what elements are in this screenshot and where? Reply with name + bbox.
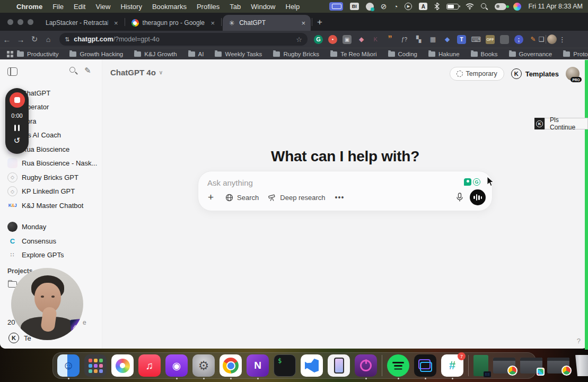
dock-launchpad[interactable]	[84, 354, 107, 377]
dock-app-icon[interactable]	[247, 354, 269, 377]
dock-app-icon[interactable]	[57, 354, 80, 377]
pause-recording-button[interactable]	[14, 125, 20, 131]
ext-grammarly[interactable]: G	[314, 35, 323, 44]
close-window-button[interactable]	[7, 19, 13, 25]
webcam-overlay[interactable]	[11, 268, 83, 340]
reload-icon[interactable]: ↻	[28, 34, 41, 44]
model-switcher[interactable]: ChatGPT 4o ∨	[110, 68, 163, 77]
edit[interactable]: Edit	[74, 3, 85, 11]
sidebar-item-consensus[interactable]: CConsensus	[4, 234, 99, 248]
dock-app-icon[interactable]	[328, 354, 350, 377]
recording-widget[interactable]: 0:00 ↺	[5, 88, 29, 154]
bookmark-star-icon[interactable]: ☆	[296, 36, 302, 44]
window-controls[interactable]	[7, 19, 33, 25]
ext-fn[interactable]: ƒ?	[400, 35, 409, 44]
dock-slack[interactable]: 7	[441, 354, 463, 377]
tab-close-icon[interactable]: ×	[302, 19, 306, 27]
ext-quote[interactable]: ”	[385, 35, 394, 44]
chrome-menu-icon[interactable]: ⋮	[559, 36, 566, 44]
prompt-input[interactable]: Ask anything	[207, 178, 253, 187]
dock-app-icon[interactable]	[138, 354, 161, 377]
dock-app-icon[interactable]	[165, 354, 188, 377]
dock-trash[interactable]	[574, 355, 588, 376]
ext-shield[interactable]: ◆	[357, 35, 366, 44]
bm-productivity[interactable]: Productivity	[17, 51, 58, 57]
dock-app-icon[interactable]	[111, 354, 134, 377]
bm-books[interactable]: Books	[471, 51, 498, 57]
address-bar[interactable]: ⇅ chatgpt.com/?model=gpt-4o ☆	[59, 33, 308, 46]
dock-iphone-mirroring[interactable]	[328, 354, 350, 377]
help[interactable]: Help	[286, 3, 300, 11]
dock-app-icon[interactable]	[520, 358, 542, 374]
dock-app-icon[interactable]	[220, 354, 242, 377]
ext-blue-pair[interactable]: ◆	[443, 35, 452, 44]
dock-settings[interactable]	[192, 354, 215, 377]
dock-app-icon[interactable]	[355, 354, 377, 377]
ext-off[interactable]: OFF	[486, 35, 495, 44]
back-icon[interactable]: ←	[0, 35, 14, 44]
bm-rugby-bricks[interactable]: Rugby Bricks	[273, 51, 319, 57]
dock-app-icon[interactable]	[387, 354, 409, 377]
dock-app-icon[interactable]	[192, 354, 215, 377]
sidebar-item-monday[interactable]: Monday	[4, 220, 99, 235]
dock-app-icon[interactable]	[493, 358, 515, 374]
search-icon[interactable]	[69, 67, 77, 75]
dock-app-icon[interactable]	[473, 355, 488, 376]
templates-button[interactable]: K Templates	[511, 68, 559, 79]
sidebar-item-kj-master-chatbot[interactable]: K&JK&J Master Chatbot	[4, 198, 99, 213]
bm-te-reo-maori[interactable]: Te Reo Māori	[330, 51, 376, 57]
bm-ai[interactable]: AI	[188, 51, 204, 57]
dock-vscode[interactable]	[301, 354, 323, 377]
temporary-chat-button[interactable]: Temporary	[450, 67, 504, 81]
bm-governance[interactable]: Governance	[509, 51, 552, 57]
dock-minimized-chrome-window-2[interactable]	[547, 358, 569, 374]
search-toggle-button[interactable]: Search	[225, 194, 259, 202]
bm-weekly-tasks[interactable]: Weekly Tasks	[215, 51, 262, 57]
deep-research-button[interactable]: Deep research	[268, 194, 325, 202]
ext-pin-tool[interactable]: ▚	[414, 35, 423, 44]
dock-finder[interactable]	[57, 354, 80, 377]
bm-hakune[interactable]: Hakune	[428, 51, 460, 57]
file[interactable]: File	[52, 3, 64, 11]
restart-recording-icon[interactable]: ↺	[14, 136, 21, 144]
dock-app-icon[interactable]	[574, 355, 588, 376]
minimize-window-button[interactable]	[17, 19, 23, 25]
dock-terminal[interactable]	[274, 354, 296, 377]
dock-spotify[interactable]	[387, 354, 409, 377]
attach-button[interactable]: +	[206, 192, 216, 203]
dock-minimized-app-window[interactable]	[520, 358, 542, 374]
forward-icon[interactable]: →	[14, 35, 28, 44]
window[interactable]: Window	[251, 3, 275, 11]
grammarly-pin-icon[interactable]	[464, 178, 471, 186]
ext-pencil[interactable]: ✎	[529, 35, 538, 44]
bm-growth-hacking[interactable]: Growth Hacking	[69, 51, 123, 57]
stop-recording-button[interactable]	[10, 92, 25, 108]
zoom-window-button[interactable]	[28, 19, 33, 25]
dock-chrome[interactable]	[220, 354, 242, 377]
bm-coding[interactable]: Coding	[388, 51, 417, 57]
ext-keyboard[interactable]: ⌨	[471, 35, 480, 44]
dock-app-icon[interactable]	[274, 354, 296, 377]
tab-close-icon[interactable]: ×	[114, 19, 118, 27]
ext-grid-tool[interactable]: ▦	[428, 35, 437, 44]
tab-chatgpt[interactable]: ChatGPT×	[223, 15, 311, 31]
ext-blocker[interactable]	[328, 35, 337, 44]
dock-minimized-chrome-window[interactable]	[493, 358, 515, 374]
tab-close-icon[interactable]: ×	[211, 19, 215, 27]
dock-minimized-excel[interactable]	[473, 355, 488, 376]
bm-kj-growth[interactable]: K&J Growth	[134, 51, 177, 57]
pls-continue-button[interactable]: Pls Continue	[545, 118, 588, 129]
ext-gray-square[interactable]	[500, 35, 509, 44]
prompt-composer[interactable]: Ask anything G + Search Deep research	[198, 171, 493, 211]
chrome-profile-avatar[interactable]	[547, 34, 557, 44]
ext-semicolon[interactable]: ;	[514, 35, 523, 44]
dock-separator[interactable]	[468, 355, 469, 376]
dock-app-icon[interactable]	[382, 355, 382, 376]
dock-power-app[interactable]	[355, 354, 377, 377]
dock-separator[interactable]	[382, 355, 382, 376]
view[interactable]: View	[95, 3, 110, 11]
home-icon[interactable]: ⌂	[41, 35, 55, 44]
site-settings-icon[interactable]: ⇅	[65, 36, 69, 43]
help-button[interactable]: ?	[577, 337, 581, 345]
tab-lapstacker[interactable]: LapStacker - Retractable car×	[40, 15, 124, 31]
